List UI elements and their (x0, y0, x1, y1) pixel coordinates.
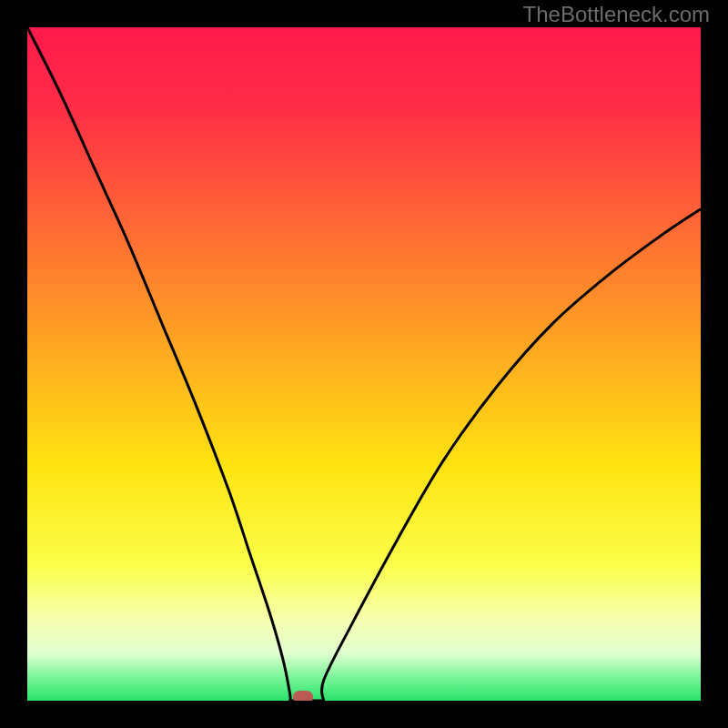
plot-area (27, 27, 701, 701)
bottleneck-curve (27, 27, 701, 701)
chart-frame: TheBottleneck.com (0, 0, 728, 728)
watermark-text: TheBottleneck.com (523, 2, 710, 27)
optimal-point-marker (293, 691, 313, 701)
curve-svg (27, 27, 701, 701)
